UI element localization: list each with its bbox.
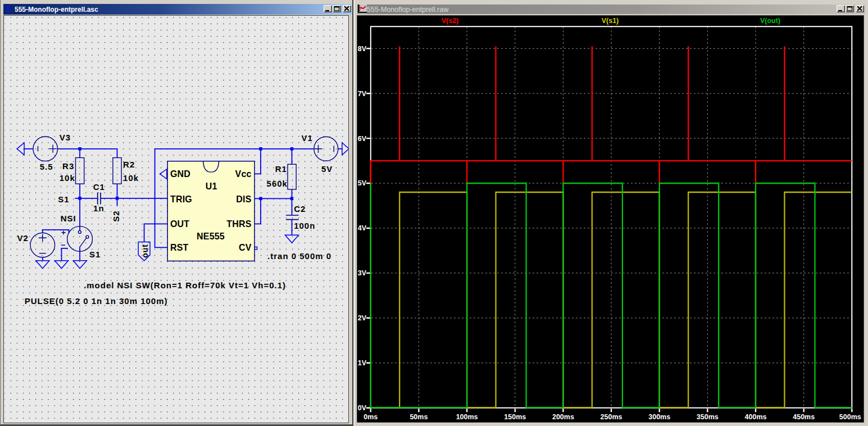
svg-text:450ms: 450ms bbox=[793, 413, 815, 421]
svg-text:500ms: 500ms bbox=[839, 413, 861, 421]
svg-text:4V: 4V bbox=[358, 224, 367, 232]
svg-text:0V: 0V bbox=[358, 404, 367, 412]
svg-text:350ms: 350ms bbox=[697, 413, 719, 421]
svg-text:CV: CV bbox=[239, 243, 252, 252]
svg-text:300ms: 300ms bbox=[648, 413, 670, 421]
svg-text:DIS: DIS bbox=[236, 194, 251, 204]
svg-text:50ms: 50ms bbox=[410, 413, 428, 421]
svg-text:U1: U1 bbox=[205, 182, 217, 191]
svg-text:0ms: 0ms bbox=[363, 413, 378, 421]
svg-text:250ms: 250ms bbox=[601, 413, 622, 421]
svg-text:100ms: 100ms bbox=[456, 413, 478, 421]
svg-text:2V: 2V bbox=[358, 314, 367, 322]
svg-text:OUT: OUT bbox=[170, 219, 189, 229]
svg-text:V(s2): V(s2) bbox=[442, 16, 459, 24]
svg-text:150ms: 150ms bbox=[504, 413, 526, 421]
svg-text:400ms: 400ms bbox=[745, 413, 767, 421]
svg-text:THRS: THRS bbox=[226, 219, 251, 229]
svg-text:NE555: NE555 bbox=[197, 232, 225, 241]
svg-text:out: out bbox=[140, 244, 149, 258]
svg-text:560k: 560k bbox=[266, 179, 287, 188]
svg-text:V(out): V(out) bbox=[760, 16, 780, 24]
svg-text:V1: V1 bbox=[301, 133, 312, 143]
svg-text:7V: 7V bbox=[358, 89, 367, 97]
svg-text:C2: C2 bbox=[294, 204, 306, 214]
svg-text:1V: 1V bbox=[358, 359, 367, 367]
svg-text:NSI: NSI bbox=[60, 214, 76, 223]
svg-text:.model NSI SW(Ron=1 Roff=70k V: .model NSI SW(Ron=1 Roff=70k Vt=1 Vh=0.1… bbox=[84, 280, 286, 290]
svg-text:3V: 3V bbox=[358, 269, 367, 277]
svg-text:V(s1): V(s1) bbox=[602, 16, 619, 24]
svg-text:GND: GND bbox=[170, 169, 190, 179]
svg-text:5V: 5V bbox=[358, 179, 367, 187]
svg-text:S1: S1 bbox=[89, 250, 101, 259]
svg-text:R1: R1 bbox=[275, 164, 287, 174]
svg-text:R3: R3 bbox=[62, 161, 74, 171]
svg-text:1n: 1n bbox=[93, 203, 104, 213]
svg-text:PULSE(0 5.2 0 1n 1n 30m 100m): PULSE(0 5.2 0 1n 1n 30m 100m) bbox=[24, 296, 167, 306]
svg-text:R2: R2 bbox=[123, 160, 135, 169]
svg-text:.tran 0 500m 0: .tran 0 500m 0 bbox=[267, 251, 331, 261]
svg-text:S1: S1 bbox=[58, 194, 69, 204]
svg-text:100n: 100n bbox=[294, 221, 315, 230]
svg-text:V2: V2 bbox=[17, 233, 28, 243]
svg-text:8V: 8V bbox=[358, 45, 367, 53]
svg-text:200ms: 200ms bbox=[552, 413, 574, 421]
svg-text:TRIG: TRIG bbox=[170, 194, 192, 204]
svg-text:6V: 6V bbox=[358, 134, 367, 142]
svg-text:V3: V3 bbox=[59, 133, 70, 142]
svg-text:10k: 10k bbox=[59, 173, 75, 183]
svg-text:RST: RST bbox=[170, 243, 189, 252]
svg-text:5.5: 5.5 bbox=[39, 162, 53, 171]
svg-text:Vcc: Vcc bbox=[235, 169, 251, 179]
svg-text:S2: S2 bbox=[111, 211, 121, 222]
svg-text:C1: C1 bbox=[93, 182, 104, 192]
svg-text:10k: 10k bbox=[123, 173, 139, 183]
svg-text:5V: 5V bbox=[321, 164, 333, 174]
